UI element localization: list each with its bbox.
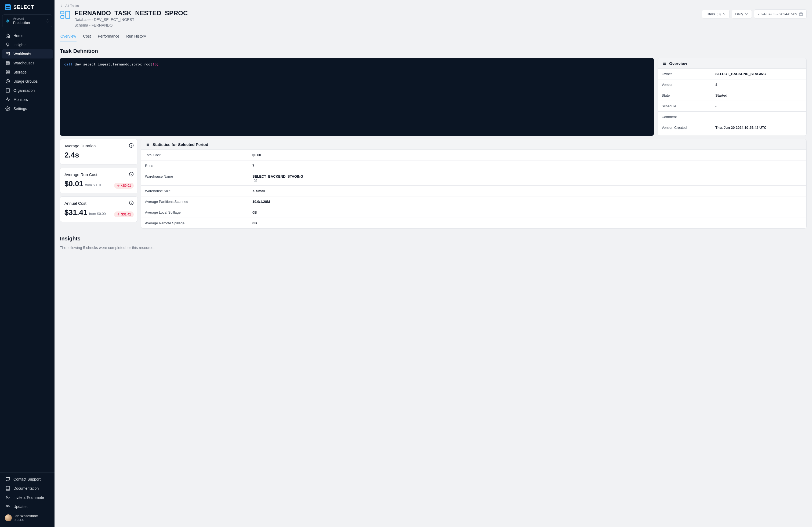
stats-value: 7 [252,164,254,168]
stats-key: Total Cost [145,153,252,157]
overview-value: - [715,115,716,119]
sidebar-item-label: Updates [13,505,27,509]
account-label: Account [13,17,43,21]
stats-row: Total Cost$0.60 [141,150,806,161]
sidebar-item-usage-groups[interactable]: Usage Groups [2,77,53,86]
sidebar-item-label: Documentation [13,486,39,491]
stats-value: 0B [252,221,257,225]
book-icon [5,486,10,491]
stats-key: Warehouse Size [145,189,252,193]
sidebar-item-label: Settings [13,107,27,111]
sidebar-item-label: Invite a Teammate [13,495,44,500]
sidebar-item-monitors[interactable]: Monitors [2,95,53,104]
sidebar-item-label: Insights [13,43,26,47]
sidebar-item-label: Warehouses [13,61,34,65]
chevron-down-icon [744,12,748,16]
svg-rect-23 [799,13,802,16]
overview-row: Schedule- [658,101,806,111]
svg-point-8 [6,70,10,72]
broadcast-icon [5,504,10,509]
sidebar-item-label: Usage Groups [13,79,38,84]
sidebar-item-insights[interactable]: Insights [2,40,53,49]
info-icon[interactable] [129,143,134,148]
stats-panel: Statistics for Selected Period Total Cos… [141,139,807,229]
stats-value: 0B [252,210,257,214]
overview-key: Version [662,82,715,87]
stats-key: Average Partitions Scanned [145,200,252,204]
sidebar-item-home[interactable]: Home [2,31,53,40]
delta-badge: $31.41 [114,211,134,217]
logo-text: SELECT [13,4,34,10]
granularity-select[interactable]: Daily [732,10,752,18]
sidebar-item-label: Workloads [13,52,31,56]
sidebar-item-updates[interactable]: Updates [2,502,53,511]
chat-icon [5,477,10,482]
tab-overview[interactable]: Overview [60,31,76,42]
stats-row: Warehouse SizeX-Small [141,186,806,196]
database-icon [5,70,10,75]
calendar-icon [799,12,803,16]
breadcrumb-all-tasks[interactable]: All Tasks [60,4,807,8]
arrow-up-icon [117,213,120,216]
overview-value: 4 [715,82,717,87]
page-title: FERNANDO_TASK_NESTED_SPROC [74,10,188,17]
svg-point-14 [7,108,9,109]
account-selector[interactable]: Account Production [2,15,52,27]
sidebar-item-workloads[interactable]: Workloads [2,49,53,59]
gear-icon [5,106,10,111]
sidebar-item-label: Contact Support [13,477,41,481]
info-icon[interactable] [129,172,134,177]
tab-cost[interactable]: Cost [83,31,91,42]
stats-value: X-Small [252,189,265,193]
stats-key: Warehouse Name [145,175,252,182]
insights-heading: Insights [60,236,807,242]
snowflake-icon [5,18,11,24]
external-link-icon [253,178,257,182]
user-org: SELECT [14,518,38,522]
sidebar-item-invite-teammate[interactable]: Invite a Teammate [2,493,53,502]
overview-row: Version CreatedThu, Jun 20 2024 10:25:42… [658,122,806,133]
sidebar-item-documentation[interactable]: Documentation [2,484,53,493]
stats-panel-title: Statistics for Selected Period [153,142,208,147]
warehouse-icon [5,61,10,65]
tab-performance[interactable]: Performance [97,31,120,42]
list-icon [662,61,666,66]
overview-key: State [662,93,715,97]
info-icon[interactable] [129,200,134,205]
svg-point-15 [6,496,8,497]
svg-rect-20 [61,11,64,14]
stats-row: Average Remote Spillage0B [141,218,806,228]
tab-run-history[interactable]: Run History [126,31,146,42]
sidebar-item-warehouses[interactable]: Warehouses [2,59,53,67]
metric-avg-duration: Average Duration 2.4s [60,139,138,165]
sidebar-item-storage[interactable]: Storage [2,67,53,77]
sidebar-item-settings[interactable]: Settings [2,104,53,113]
database-subtitle: Database - DEV_SELECT_INGEST [74,17,188,22]
home-icon [5,33,10,38]
task-icon [60,10,71,20]
stats-key: Runs [145,164,252,168]
user-menu[interactable]: Ian Whitestone SELECT [2,511,53,524]
stats-value[interactable]: SELECT_BACKEND_STAGING [252,175,303,182]
stats-row: Average Local Spillage0B [141,207,806,218]
stats-key: Average Local Spillage [145,210,252,214]
account-value: Production [13,21,43,25]
overview-row: OwnerSELECT_BACKEND_STAGING [658,69,806,79]
overview-key: Schedule [662,104,715,108]
stats-row: Runs7 [141,161,806,171]
svg-rect-22 [66,11,70,18]
date-range-picker[interactable]: 2024-07-03 ~ 2024-07-09 [754,10,807,18]
sidebar-item-contact-support[interactable]: Contact Support [2,475,53,484]
user-plus-icon [5,495,10,500]
svg-line-50 [255,179,257,181]
building-icon [5,88,10,93]
sidebar-item-organization[interactable]: Organization [2,86,53,95]
metric-annual-cost: Annual Cost $31.41from $0.00 $31.41 [60,196,138,222]
filters-button[interactable]: Filters (0) [702,10,729,18]
metric-avg-run-cost: Average Run Cost $0.01from $0.01 <$0.01 [60,168,138,193]
stats-value: 19.9/1.28M [252,200,270,204]
chevron-down-icon [722,12,726,16]
arrow-left-icon [60,4,64,8]
overview-row: Version4 [658,79,806,90]
pie-chart-icon [5,79,10,84]
